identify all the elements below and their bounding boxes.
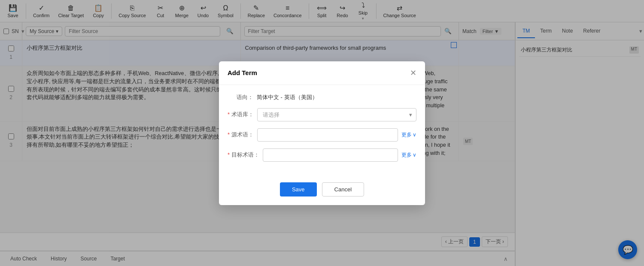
modal-cancel-button[interactable]: Cancel (322, 182, 364, 196)
add-term-modal: Add Term ✕ 语向： 简体中文 - 英语（美国） 术语库： 请选择 ▾ (219, 61, 425, 205)
source-term-more-link[interactable]: 更多 ∨ (401, 131, 416, 139)
source-more-chevron: ∨ (413, 132, 416, 138)
modal-footer: Save Cancel (219, 177, 425, 205)
modal-save-button[interactable]: Save (280, 182, 317, 196)
target-term-input[interactable] (263, 148, 398, 162)
target-term-label: 目标术语： (228, 151, 259, 159)
termbase-label: 术语库： (228, 111, 254, 118)
modal-header: Add Term ✕ (219, 61, 425, 85)
direction-value: 简体中文 - 英语（美国） (257, 94, 318, 101)
target-term-input-row: 更多 ∨ (263, 148, 416, 162)
target-term-row: 目标术语： 更多 ∨ (228, 148, 416, 162)
source-term-input[interactable] (257, 128, 398, 142)
source-term-row: 源术语： 更多 ∨ (228, 128, 416, 142)
source-term-input-row: 更多 ∨ (257, 128, 416, 142)
direction-row: 语向： 简体中文 - 英语（美国） (228, 94, 416, 101)
target-more-chevron: ∨ (413, 152, 416, 158)
modal-close-button[interactable]: ✕ (410, 68, 416, 78)
termbase-row: 术语库： 请选择 ▾ (228, 108, 416, 121)
modal-overlay: Add Term ✕ 语向： 简体中文 - 英语（美国） 术语库： 请选择 ▾ (0, 0, 644, 266)
termbase-select[interactable]: 请选择 (257, 108, 416, 121)
direction-label: 语向： (228, 94, 253, 101)
modal-title: Add Term (228, 69, 257, 76)
source-term-label: 源术语： (228, 131, 254, 139)
target-term-more-link[interactable]: 更多 ∨ (401, 151, 416, 159)
termbase-select-container: 请选择 ▾ (257, 108, 416, 121)
modal-body: 语向： 简体中文 - 英语（美国） 术语库： 请选择 ▾ 源术语： (219, 85, 425, 177)
